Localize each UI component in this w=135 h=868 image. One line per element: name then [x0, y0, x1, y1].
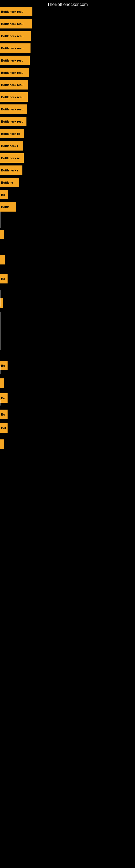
- vertical-line: [1, 312, 1, 350]
- bar-item: Bottleneck resu: [0, 7, 32, 16]
- bar-item: Bottle: [0, 202, 16, 212]
- bar-item: Bottleneck resu: [0, 43, 31, 53]
- bar-item: Bo: [0, 410, 8, 419]
- bar-item: Bo: [0, 393, 8, 403]
- vertical-line: [1, 400, 1, 405]
- bar-item: Bottleneck resu: [0, 104, 27, 114]
- bar-item: Bottlene: [0, 178, 19, 187]
- bar-item: Bottleneck resu: [0, 117, 27, 126]
- bar-item: Bo: [0, 361, 8, 370]
- bar-item: Bot: [0, 423, 8, 433]
- bar-item: Bottleneck resu: [0, 80, 28, 90]
- bar-item: Bottleneck r: [0, 165, 22, 175]
- bar-item: [0, 378, 4, 388]
- vertical-line: [1, 290, 1, 307]
- bar-item: Bottleneck resu: [0, 68, 29, 77]
- bar-item: Bottleneck resu: [0, 92, 28, 102]
- vertical-line: [1, 212, 1, 228]
- bar-item: Bo: [0, 274, 8, 283]
- bar-item: [0, 439, 4, 449]
- bar-item: [0, 255, 5, 265]
- bar-item: Bottleneck resu: [0, 56, 30, 65]
- bar-item: Bottleneck r: [0, 141, 23, 151]
- bar-item: Bottleneck resu: [0, 19, 32, 29]
- bar-item: Bottleneck resu: [0, 31, 31, 41]
- bar-item: [0, 230, 4, 239]
- bar-item: Bo: [0, 190, 8, 199]
- bar-item: Bottleneck re: [0, 129, 24, 138]
- vertical-line: [1, 366, 1, 374]
- bar-item: Bottleneck re: [0, 153, 24, 163]
